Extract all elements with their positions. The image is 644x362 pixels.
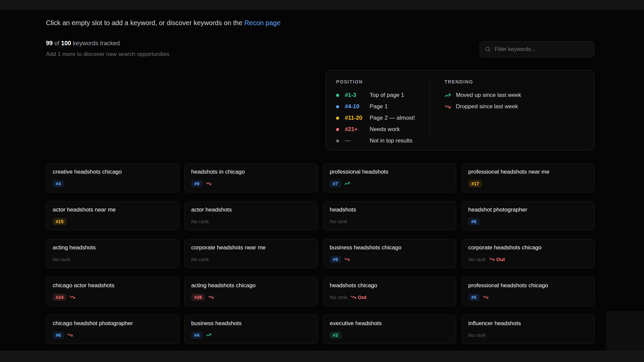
trend-down-icon (344, 256, 350, 262)
keyword-card[interactable]: corporate headshots near meNo rank (184, 239, 318, 268)
keyword-meta: No rank (191, 217, 311, 226)
trending-description: Moved up since last week (456, 92, 521, 99)
keyword-term: actor headshots near me (53, 206, 172, 213)
keyword-meta: #15 (53, 217, 172, 226)
keyword-meta: #9 (330, 255, 449, 263)
position-dot-icon (336, 117, 339, 120)
legend-trending-row: Moved up since last week (444, 92, 521, 99)
stats-of: of (54, 40, 59, 47)
keyword-card[interactable]: professional headshots near me#17 (462, 163, 595, 192)
keyword-meta: #4 (191, 331, 311, 339)
keyword-term: corporate headshots chicago (468, 244, 588, 251)
legend-position-row: #4-10Page 1 (336, 103, 430, 110)
rank-badge: #7 (330, 180, 341, 187)
legend-panel: POSITION #1-3Top of page 1#4-10Page 1#11… (326, 70, 594, 150)
no-rank-label: No rank (191, 219, 209, 224)
filter-keywords-input[interactable] (494, 46, 589, 53)
position-description: Top of page 1 (370, 92, 404, 99)
search-icon (485, 46, 491, 52)
keyword-meta: #6 (468, 217, 588, 226)
legend-position-row: #1-3Top of page 1 (336, 92, 430, 99)
legend-trending-column: TRENDING Moved up since last weekDropped… (430, 79, 521, 141)
position-dot-icon (336, 105, 339, 108)
keyword-card[interactable]: business headshots chicago#9 (323, 239, 456, 268)
trend-up-icon (206, 332, 211, 338)
keyword-term: professional headshots near me (468, 169, 588, 175)
keyword-meta: No rankOut (330, 293, 449, 301)
no-rank-label: No rank (191, 256, 209, 262)
keyword-card[interactable]: creative headshots chicago#4 (46, 163, 179, 192)
trending-legend-title: TRENDING (444, 79, 521, 84)
keyword-meta: #26 (191, 293, 311, 301)
keyword-card[interactable]: actor headshotsNo rank (184, 201, 318, 230)
keyword-term: headshots chicago (330, 282, 449, 289)
legend-position-row: #21+Needs work (336, 126, 430, 133)
keyword-term: corporate headshots near me (191, 244, 311, 251)
keyword-card[interactable]: headshots in chicago#9 (184, 163, 318, 192)
rank-badge: #9 (191, 180, 203, 187)
keyword-term: headshot photographer (468, 206, 588, 213)
keyword-meta: No rankOut (468, 255, 588, 263)
keyword-card[interactable]: business headshots#4 (184, 315, 318, 344)
position-range: #21+ (345, 126, 370, 133)
position-dot-icon (336, 139, 339, 142)
keyword-card[interactable]: actor headshots near me#15 (46, 201, 179, 230)
position-description: Needs work (370, 126, 400, 133)
keyword-term: chicago headshot photographer (53, 320, 172, 327)
keyword-meta: #9 (191, 179, 311, 188)
position-range: — (345, 137, 370, 144)
keyword-meta: #17 (468, 179, 588, 188)
intro-line: Click an empty slot to add a keyword, or… (46, 19, 280, 27)
legend-position-row: —Not in top results (336, 137, 430, 144)
keyword-term: business headshots (191, 320, 311, 327)
keyword-card[interactable]: headshotsNo rank (323, 201, 456, 230)
trend-down-icon (67, 332, 73, 338)
keyword-meta: No rank (191, 255, 311, 263)
keyword-card[interactable]: professional headshots#7 (323, 163, 456, 192)
keyword-term: business headshots chicago (330, 244, 449, 251)
add-more-hint: Add 1 more to discover new search opport… (46, 51, 170, 58)
keyword-term: chicago actor headshots (53, 282, 172, 289)
keyword-card[interactable]: corporate headshots chicagoNo rankOut (462, 239, 595, 268)
keyword-card[interactable]: acting headshotsNo rank (46, 239, 179, 268)
trend-down-icon (69, 294, 75, 300)
keyword-meta: #5 (468, 293, 588, 301)
rank-badge: #26 (191, 294, 205, 301)
trend-down-icon (489, 256, 495, 262)
recon-page-link[interactable]: Recon page (244, 19, 280, 26)
no-rank-label: No rank (468, 256, 486, 262)
stats-label: keywords tracked (73, 40, 120, 47)
keyword-term: professional headshots chicago (468, 282, 588, 289)
bottom-bar (0, 351, 644, 362)
filter-keywords-box[interactable] (480, 41, 594, 57)
trend-up-icon (444, 92, 451, 99)
keyword-card[interactable]: chicago actor headshots#24 (46, 277, 179, 306)
position-range: #4-10 (345, 103, 370, 110)
tracked-count: 99 (46, 40, 53, 47)
intro-text: Click an empty slot to add a keyword, or… (46, 19, 243, 26)
keyword-card[interactable]: influencer headshotsNo rank (462, 315, 595, 344)
legend-position-column: POSITION #1-3Top of page 1#4-10Page 1#11… (326, 79, 430, 141)
position-legend-title: POSITION (336, 79, 430, 84)
keyword-meta: No rank (53, 255, 172, 263)
no-rank-label: No rank (330, 219, 347, 224)
keyword-card[interactable]: chicago headshot photographer#6 (46, 315, 179, 344)
keyword-card[interactable]: headshot photographer#6 (462, 201, 595, 230)
no-rank-label: No rank (53, 256, 70, 262)
keyword-term: influencer headshots (468, 320, 588, 327)
legend-position-row: #11-20Page 2 — almost! (336, 115, 430, 121)
keyword-card[interactable]: acting headshots chicago#26 (184, 277, 318, 306)
keyword-card[interactable]: headshots chicagoNo rankOut (323, 277, 456, 306)
keyword-card[interactable]: executive headshots#3 (323, 315, 456, 344)
trend-down-icon (206, 181, 211, 186)
position-dot-icon (336, 128, 339, 131)
keyword-term: acting headshots (53, 244, 172, 251)
keyword-card[interactable]: professional headshots chicago#5 (462, 277, 595, 306)
keyword-term: executive headshots (330, 320, 449, 327)
trending-description: Dropped since last week (456, 103, 518, 110)
keyword-meta: #4 (53, 179, 172, 188)
no-rank-label: No rank (468, 332, 486, 338)
keyword-meta: #3 (330, 331, 449, 339)
keyword-meta: #24 (53, 293, 172, 301)
rank-badge: #6 (53, 331, 64, 339)
